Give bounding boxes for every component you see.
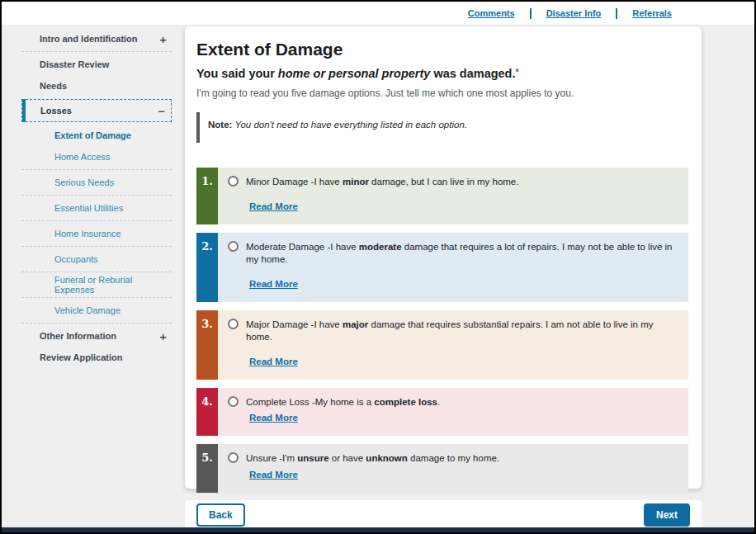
plus-icon[interactable]: + [159,330,167,343]
damage-option-major: 3. Major Damage -I have major damage tha… [196,310,688,380]
app-window: Comments Disaster Info Referrals Intro a… [0,0,756,534]
sidebar-item-label: Occupants [54,254,172,264]
sidebar-divider [21,323,172,324]
sidebar-divider [21,297,172,298]
read-more-link[interactable]: Read More [249,279,298,289]
read-more-link[interactable]: Read More [249,201,298,211]
sidebar-item-occupants[interactable]: Occupants [21,248,172,270]
sidebar-item-home-access[interactable]: Home Access [21,146,172,168]
sidebar-item-label: Other Information [40,331,159,341]
option-select-area[interactable]: Moderate Damage -I have moderate damage … [228,241,677,267]
radio-button[interactable] [228,396,239,407]
sidebar-divider [21,169,172,170]
sidebar-item-label: Losses [40,106,158,116]
sidebar-item-label: Home Insurance [54,229,172,239]
option-text: Major Damage -I have major damage that r… [246,319,677,344]
next-button[interactable]: Next [644,503,690,527]
question-text: You said your home or personal property … [196,67,688,80]
radio-button[interactable] [228,176,239,187]
minus-icon[interactable]: − [158,105,165,117]
top-nav: Comments Disaster Info Referrals [2,2,754,25]
sidebar-item-label: Disaster Review [40,59,167,69]
sidebar-item-label: Review Application [40,352,167,362]
option-select-area[interactable]: Minor Damage -I have minor damage, but I… [228,176,677,189]
sidebar: Intro and Identification + Disaster Revi… [21,28,172,368]
radio-button[interactable] [228,319,239,329]
note-label: Note: [208,120,232,130]
option-number-badge: 2. [196,233,218,302]
damage-option-unsure: 5. Unsure -I'm unsure or have unknown da… [196,444,688,493]
option-number-badge: 3. [196,310,218,380]
sidebar-item-label: Funeral or Reburial Expenses [54,275,172,295]
sidebar-item-serious-needs[interactable]: Serious Needs [21,172,172,193]
sidebar-item-label: Extent of Damage [54,130,172,140]
sidebar-item-essential-utilities[interactable]: Essential Utilities [21,197,172,219]
sidebar-divider [21,246,172,247]
damage-options-list: 1. Minor Damage -I have minor damage, bu… [196,168,688,493]
sidebar-item-funeral-or-reburial-expenses[interactable]: Funeral or Reburial Expenses [21,274,172,295]
main-panel: Extent of Damage You said your home or p… [185,26,702,489]
note-text: You don't need to have everything listed… [232,120,467,130]
sidebar-item-vehicle-damage[interactable]: Vehicle Damage [21,300,172,321]
top-nav-referrals[interactable]: Referrals [632,8,672,18]
question-emphasis: home or personal property [278,67,431,80]
required-marker: * [516,67,519,77]
sidebar-item-extent-of-damage[interactable]: Extent of Damage [21,125,172,146]
radio-button[interactable] [228,241,239,252]
option-text: Moderate Damage -I have moderate damage … [246,241,677,267]
sidebar-item-intro-and-identification[interactable]: Intro and Identification + [21,28,172,50]
sidebar-item-label: Home Access [54,152,172,162]
option-text: Complete Loss -My home is a complete los… [246,396,440,409]
footer-bar [2,527,754,532]
sidebar-item-label: Intro and Identification [40,34,159,44]
action-bar: Back Next [185,500,702,530]
top-nav-comments[interactable]: Comments [468,8,515,18]
sidebar-item-other-information[interactable]: Other Information + [21,325,172,347]
option-select-area[interactable]: Complete Loss -My home is a complete los… [228,396,677,409]
damage-option-minor: 1. Minor Damage -I have minor damage, bu… [196,168,688,224]
sidebar-divider [21,272,172,272]
radio-button[interactable] [228,452,239,463]
sidebar-item-losses[interactable]: Losses − [21,99,172,122]
option-text: Unsure -I'm unsure or have unknown damag… [246,452,499,465]
option-select-area[interactable]: Unsure -I'm unsure or have unknown damag… [228,452,677,465]
helper-text: I'm going to read you five damage option… [196,87,688,99]
damage-option-moderate: 2. Moderate Damage -I have moderate dama… [196,233,688,302]
sidebar-item-review-application[interactable]: Review Application [21,347,172,368]
sidebar-divider [21,51,172,52]
page-title: Extent of Damage [196,40,688,59]
sidebar-item-disaster-review[interactable]: Disaster Review [21,54,172,75]
sidebar-item-needs[interactable]: Needs [21,75,172,97]
note-box: Note: You don't need to have everything … [196,112,688,143]
sidebar-item-label: Essential Utilities [54,203,172,213]
nav-separator [616,8,617,19]
sidebar-item-home-insurance[interactable]: Home Insurance [21,223,172,244]
top-nav-disaster-info[interactable]: Disaster Info [546,8,602,18]
sidebar-divider [21,220,172,221]
active-section-accent-bar [22,99,26,122]
damage-option-complete-loss: 4. Complete Loss -My home is a complete … [196,388,688,437]
option-text: Minor Damage -I have minor damage, but I… [246,176,518,189]
option-number-badge: 4. [196,388,218,437]
option-number-badge: 1. [196,168,218,224]
option-number-badge: 5. [196,444,218,493]
sidebar-item-label: Serious Needs [54,177,172,187]
read-more-link[interactable]: Read More [249,357,298,366]
nav-separator [530,8,532,19]
sidebar-divider [21,195,172,196]
option-select-area[interactable]: Major Damage -I have major damage that r… [228,319,677,344]
read-more-link[interactable]: Read More [249,470,298,480]
back-button[interactable]: Back [196,503,245,527]
sidebar-item-label: Needs [40,81,167,91]
sidebar-item-label: Vehicle Damage [54,305,172,315]
plus-icon[interactable]: + [159,33,167,45]
read-more-link[interactable]: Read More [249,413,298,423]
